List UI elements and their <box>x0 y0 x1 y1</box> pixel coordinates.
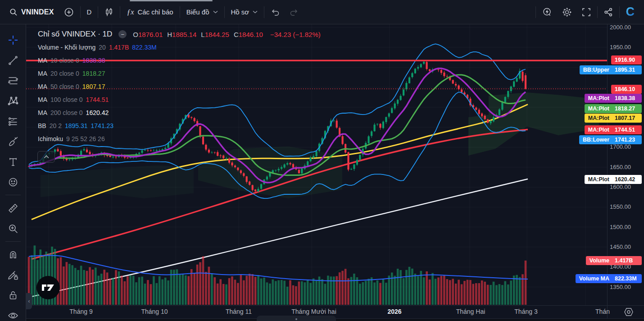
clock-lightning-icon <box>542 7 552 17</box>
legend-row[interactable]: Ichimoku9 25 52 26 26 <box>38 132 321 145</box>
undo-button[interactable] <box>266 5 285 19</box>
legend-row[interactable]: BB20 21895.311741.23 <box>38 119 321 132</box>
plus-circle-icon <box>64 7 74 17</box>
tool-fib-lines[interactable] <box>3 70 23 91</box>
quick-alert-button[interactable] <box>537 5 557 20</box>
tool-xabcd-pattern[interactable] <box>3 91 23 111</box>
time-label: Thán <box>595 308 610 315</box>
symbol-name: VNINDEX <box>21 8 54 16</box>
ohlc-values: O1876.01H1885.14L1844.25C1846.10 <box>133 31 263 38</box>
tool-emoji[interactable] <box>3 172 23 192</box>
redo-button[interactable] <box>285 5 304 19</box>
page-title: Chỉ số VNINDEX · 1D <box>38 30 112 39</box>
timezone-settings-button[interactable] <box>623 307 635 317</box>
toolbar-divider <box>98 6 98 18</box>
time-label: Tháng Hai <box>456 308 485 315</box>
tool-ruler[interactable] <box>3 198 23 218</box>
indicators-label: Các chỉ báo <box>137 8 173 16</box>
tool-drawing-lock[interactable] <box>3 265 23 285</box>
legend-row[interactable]: MA10 close 01838.38 <box>38 54 321 67</box>
brand-logo[interactable]: C <box>621 3 640 21</box>
legend-collapse-button[interactable] <box>37 151 55 163</box>
tool-hide-all[interactable] <box>3 305 23 321</box>
gear-icon <box>562 7 572 17</box>
emoji-icon <box>8 177 18 188</box>
toolbar-divider <box>224 6 225 18</box>
time-label: Tháng 3 <box>514 308 537 315</box>
zoom-in-icon <box>8 223 18 234</box>
profile-menu-button[interactable]: Hồ sơ <box>226 5 263 18</box>
chevron-down-icon <box>213 10 218 14</box>
candlestick-icon <box>104 8 113 17</box>
axis-price-badge: 1916.90 <box>611 55 642 64</box>
tool-projection[interactable] <box>3 111 23 131</box>
tool-crosshair[interactable] <box>3 30 23 50</box>
chart-menu-button[interactable]: Biểu đồ <box>181 5 223 18</box>
price-tick: 2000.00 <box>610 24 631 31</box>
legend-row[interactable]: MA20 close 01818.27 <box>38 67 321 80</box>
axis-badge-volume-ma: Volume MA822.33M <box>576 274 642 283</box>
legend-title-row[interactable]: Chỉ số VNINDEX · 1D − O1876.01H1885.14L1… <box>38 28 321 41</box>
axis-badge-bb-upper: BB:Upper1895.31 <box>580 65 642 74</box>
ruler-icon <box>7 202 19 214</box>
indicators-button[interactable]: ƒx Các chỉ báo <box>122 5 178 19</box>
compare-add-button[interactable] <box>59 5 79 20</box>
chevron-down-icon <box>253 10 258 14</box>
axis-badge-ma-plot: MA:Plot1818.27 <box>585 104 642 113</box>
axis-badge-ma-plot: MA:Plot1744.51 <box>585 125 642 134</box>
bottom-nav-pill[interactable] <box>257 316 336 321</box>
chart-menu-label: Biểu đồ <box>186 8 209 16</box>
share-button[interactable] <box>599 5 618 19</box>
axis-badge-volume: Volume1.417B <box>586 256 642 265</box>
price-tick: 1550.00 <box>610 203 631 210</box>
change-value: −34.23 (−1.82%) <box>270 31 321 38</box>
toolbar-divider <box>619 6 620 18</box>
legend-row[interactable]: Volume - Khối lượng201.417B822.33M <box>38 41 321 54</box>
ohlc-l: L1844.25 <box>201 31 229 38</box>
axis-badge-ma-plot: MA:Plot1620.42 <box>585 175 642 184</box>
panel-collapse-tab[interactable]: ‹ <box>26 293 32 309</box>
time-label: Tháng 11 <box>226 308 252 315</box>
fullscreen-icon <box>582 8 591 17</box>
legend-row[interactable]: MA200 close 01620.42 <box>38 106 321 119</box>
toolbar-divider <box>180 6 180 18</box>
tool-lock-all[interactable] <box>3 285 23 305</box>
crosshair-icon <box>7 34 19 46</box>
hide-series-button[interactable]: − <box>118 30 127 38</box>
interval-button[interactable]: D <box>82 5 97 18</box>
legend-row[interactable]: MA100 close 01744.51 <box>38 93 321 106</box>
price-tick: 1650.00 <box>610 164 631 170</box>
tradingview-logo[interactable] <box>36 275 60 300</box>
toolbar-divider <box>80 6 81 18</box>
magnet-icon <box>8 249 18 260</box>
tool-brush[interactable] <box>3 131 23 151</box>
symbol-search-button[interactable]: VNINDEX <box>5 5 59 19</box>
tool-trend-line[interactable] <box>3 50 23 70</box>
top-scroll-indicator <box>130 0 213 1</box>
ohlc-c: C1846.10 <box>234 31 263 38</box>
toolbar-divider <box>597 6 598 18</box>
projection-icon <box>8 116 18 127</box>
price-tick: 1500.00 <box>610 224 631 230</box>
text-icon <box>8 156 18 167</box>
legend-row[interactable]: MA50 close 01807.17 <box>38 80 321 93</box>
tool-magnet[interactable] <box>3 244 23 265</box>
settings-button[interactable] <box>557 5 577 20</box>
brush-icon <box>8 136 18 147</box>
toolbar-divider <box>5 241 21 242</box>
toolbar-divider <box>264 6 264 18</box>
xabcd-pattern-icon <box>7 95 19 107</box>
toolbar-divider <box>120 6 120 18</box>
toolbar-divider <box>5 195 21 195</box>
chart-type-button[interactable] <box>100 5 118 19</box>
time-label: 2026 <box>387 308 401 315</box>
tool-text[interactable] <box>3 151 23 172</box>
axis-badge-bb-lower: BB:Lower1741.23 <box>579 135 642 144</box>
share-icon <box>604 8 613 17</box>
fullscreen-button[interactable] <box>577 5 596 19</box>
price-tick: 1700.00 <box>610 143 631 150</box>
tool-zoom-in[interactable] <box>3 218 23 238</box>
interval-label: D <box>87 8 92 16</box>
drawing-lock-icon <box>7 269 19 281</box>
price-tick: 1950.00 <box>610 44 631 50</box>
